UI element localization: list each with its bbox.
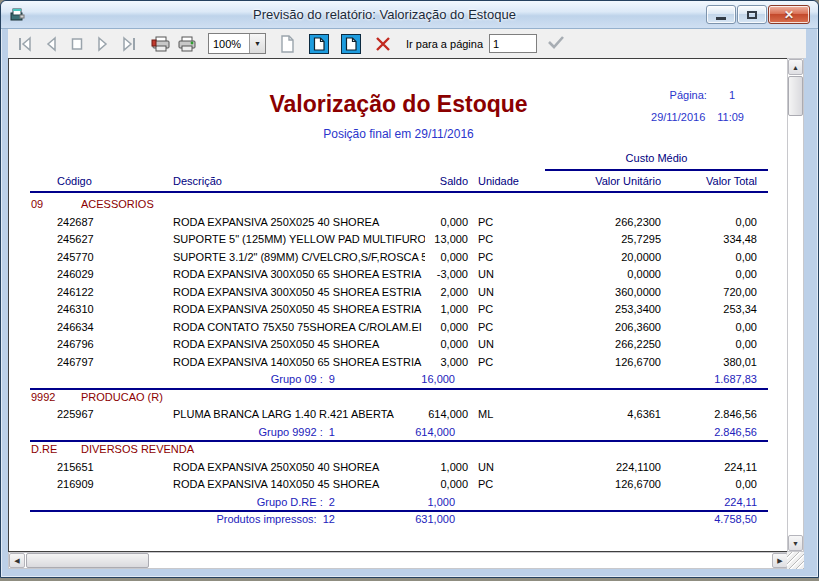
- table-row: 225967PLUMA BRANCA LARG 1.40 R.421 ABERT…: [9, 406, 788, 424]
- report-viewport[interactable]: Página:1 29/11/201611:09 Valorização do …: [8, 58, 789, 552]
- header-valor-total: Valor Total: [654, 175, 757, 187]
- zoom-select[interactable]: 100% ▼: [208, 33, 266, 54]
- table-row: 246310RODA EXPANSIVA 250X050 45 SHOREA E…: [9, 301, 788, 319]
- group-header-row: D.REDIVERSOS REVENDA: [9, 441, 788, 459]
- last-page-button[interactable]: [116, 32, 142, 56]
- item-codigo: 246122: [57, 284, 94, 302]
- item-codigo: 246310: [57, 301, 94, 319]
- chevron-down-icon[interactable]: ▼: [249, 34, 265, 53]
- window-controls: ✕: [706, 5, 810, 24]
- stop-button[interactable]: [64, 32, 90, 56]
- item-unidade: PC: [478, 319, 493, 337]
- group-name: PRODUCAO (R): [81, 389, 163, 407]
- previous-page-icon: [42, 36, 60, 52]
- preview-toolbar: 100% ▼ Ir para a página: [8, 29, 806, 58]
- item-unidade: ML: [478, 406, 493, 424]
- close-icon: ✕: [784, 9, 794, 21]
- item-valor-unitario: 266,2300: [554, 214, 661, 232]
- item-codigo: 246797: [57, 354, 94, 372]
- item-unidade: UN: [478, 459, 494, 477]
- close-preview-button[interactable]: [370, 32, 396, 56]
- printer-setup-button[interactable]: [148, 32, 174, 56]
- item-codigo: 245627: [57, 231, 94, 249]
- group-code: 09: [31, 196, 43, 214]
- group-total-saldo: 1,000: [355, 494, 455, 512]
- page-single-button[interactable]: [274, 32, 300, 56]
- group-code: 9992: [31, 389, 55, 407]
- item-saldo: 2,000: [379, 284, 468, 302]
- resize-grip[interactable]: [787, 552, 804, 569]
- item-valor-total: 0,00: [654, 266, 757, 284]
- item-saldo: -3,000: [379, 266, 468, 284]
- group-total-valor-total: 224,11: [654, 494, 757, 512]
- maximize-button[interactable]: [737, 5, 767, 24]
- group-total-row: Grupo 09 : 916,0001.687,83: [9, 371, 788, 389]
- red-x-icon: [375, 37, 391, 51]
- item-unidade: UN: [478, 284, 494, 302]
- item-unidade: PC: [478, 476, 493, 494]
- item-unidade: PC: [478, 214, 493, 232]
- vertical-scroll-thumb[interactable]: [788, 76, 803, 116]
- first-page-button[interactable]: [12, 32, 38, 56]
- table-row: 246796RODA EXPANSIVA 250X050 45 SHOREA0,…: [9, 336, 788, 354]
- item-valor-unitario: 360,0000: [554, 284, 661, 302]
- item-saldo: 0,000: [379, 476, 468, 494]
- previous-page-button[interactable]: [38, 32, 64, 56]
- item-unidade: UN: [478, 266, 494, 284]
- scroll-down-button[interactable]: ▼: [788, 535, 803, 551]
- titlebar[interactable]: Previsão do relatório: Valorização do Es…: [1, 1, 818, 29]
- header-unidade: Unidade: [478, 175, 519, 187]
- table-row: 245770SUPORTE 3.1/2" (89MM) C/VELCRO,S/F…: [9, 249, 788, 267]
- group-total-label: Grupo D.RE : 2: [69, 494, 335, 512]
- confirm-page-button[interactable]: [547, 35, 565, 53]
- horizontal-scrollbar[interactable]: ◀ ▶: [8, 552, 789, 569]
- item-saldo: 0,000: [379, 249, 468, 267]
- table-row: 216909RODA EXPANSIVA 140X050 45 SHOREA0,…: [9, 476, 788, 494]
- page-width-button[interactable]: [338, 32, 364, 56]
- check-icon: [547, 35, 565, 49]
- maximize-icon: [747, 11, 757, 19]
- scroll-left-button[interactable]: ◀: [9, 553, 25, 568]
- print-button[interactable]: [174, 32, 200, 56]
- item-unidade: PC: [478, 301, 493, 319]
- last-page-icon: [120, 36, 138, 52]
- group-name: ACESSORIOS: [81, 196, 154, 214]
- minimize-icon: [716, 17, 726, 20]
- scroll-right-button[interactable]: ▶: [772, 553, 788, 568]
- item-valor-unitario: 126,6700: [554, 354, 661, 372]
- item-valor-unitario: 224,1100: [554, 459, 661, 477]
- vertical-scrollbar[interactable]: ▲ ▼: [787, 58, 804, 552]
- page-fit-button[interactable]: [306, 32, 332, 56]
- first-page-icon: [16, 36, 34, 52]
- custo-medio-header: Custo Médio: [545, 152, 768, 164]
- table-header-underline: [30, 191, 768, 193]
- item-valor-total: 380,01: [654, 354, 757, 372]
- item-valor-total: 0,00: [654, 336, 757, 354]
- close-button[interactable]: ✕: [768, 5, 810, 24]
- item-valor-total: 334,48: [654, 231, 757, 249]
- item-saldo: 0,000: [379, 336, 468, 354]
- next-page-button[interactable]: [90, 32, 116, 56]
- custo-medio-underline: [545, 169, 768, 171]
- item-saldo: 614,000: [379, 406, 468, 424]
- header-saldo: Saldo: [379, 175, 468, 187]
- item-unidade: PC: [478, 354, 493, 372]
- page-fit-icon: [309, 34, 329, 54]
- table-row: 245627SUPORTE 5" (125MM) YELLOW PAD MULT…: [9, 231, 788, 249]
- next-page-icon: [94, 36, 112, 52]
- item-valor-total: 720,00: [654, 284, 757, 302]
- item-valor-total: 0,00: [654, 214, 757, 232]
- horizontal-scroll-thumb[interactable]: [26, 553, 149, 568]
- minimize-button[interactable]: [706, 5, 736, 24]
- zoom-value: 100%: [209, 38, 249, 50]
- header-descricao: Descrição: [173, 175, 222, 187]
- item-codigo: 215651: [57, 459, 94, 477]
- scroll-up-button[interactable]: ▲: [788, 59, 803, 75]
- grand-total-label: Produtos impressos: 12: [69, 511, 335, 529]
- item-unidade: UN: [478, 336, 494, 354]
- group-header-row: 09ACESSORIOS: [9, 196, 788, 214]
- table-header-row: Código Descrição Saldo Unidade Valor Uni…: [9, 175, 788, 191]
- group-total-valor-total: 1.687,83: [654, 371, 757, 389]
- report-title: Valorização do Estoque: [9, 91, 788, 118]
- goto-page-input[interactable]: [489, 34, 537, 53]
